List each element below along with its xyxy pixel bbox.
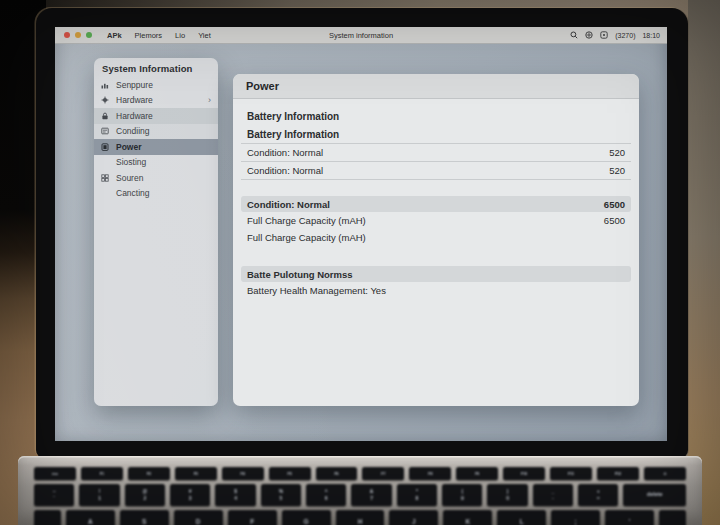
sidebar-item-label: Power bbox=[116, 142, 142, 152]
sidebar-item-siosting[interactable]: Siosting bbox=[94, 155, 218, 171]
keyboard-key: ^ 6 bbox=[306, 484, 346, 506]
keyboard-key: + = bbox=[578, 484, 618, 506]
keyboard-key: K bbox=[443, 510, 492, 525]
search-icon[interactable] bbox=[570, 31, 578, 39]
lock-icon bbox=[101, 112, 111, 120]
keyboard: escF1F2F3F4F5F6F7F8F9F10F11F12⊙~ `! 1@ 2… bbox=[34, 467, 686, 525]
menu-item-1[interactable]: Lio bbox=[175, 31, 185, 40]
keyboard-key: H bbox=[336, 510, 385, 525]
sidebar-item-label: Siosting bbox=[116, 157, 146, 167]
sidebar-item-label: Hardware bbox=[116, 111, 153, 121]
sidebar-item-cancting[interactable]: Cancting bbox=[94, 186, 218, 202]
keyboard-key: F10 bbox=[503, 467, 545, 480]
info-row: Condition: Normal520 bbox=[241, 161, 631, 180]
panel-icon bbox=[101, 127, 111, 135]
keyboard-key: F9 bbox=[456, 467, 498, 480]
highlighted-info-row: Condition: Normal6500 bbox=[241, 196, 631, 212]
laptop-screen: APk Plemors Lio Yiet System information … bbox=[55, 27, 667, 441]
power-panel: Power Battery Information Battery Inform… bbox=[233, 74, 639, 406]
status-text[interactable]: (3270) bbox=[615, 32, 635, 39]
keyboard-key: F1 bbox=[81, 467, 123, 480]
keyboard-key bbox=[659, 510, 686, 525]
desktop: System Information Senppure Hardware › bbox=[55, 43, 667, 441]
signal-bars-icon bbox=[101, 81, 111, 89]
keyboard-key: ! 1 bbox=[79, 484, 119, 506]
desk-background-right bbox=[688, 0, 720, 525]
keyboard-key: A bbox=[66, 510, 115, 525]
menu-item-0[interactable]: Plemors bbox=[135, 31, 163, 40]
info-row: Condition: Normal520 bbox=[241, 143, 631, 161]
laptop-lid: APk Plemors Lio Yiet System information … bbox=[36, 8, 688, 458]
keyboard-key: ( 9 bbox=[442, 484, 482, 506]
keyboard-key: & 7 bbox=[351, 484, 391, 506]
sidebar-item-label: Condiing bbox=[116, 126, 150, 136]
keyboard-key: ⊙ bbox=[644, 467, 686, 480]
sidebar-item-label: Souren bbox=[116, 173, 143, 183]
gear-icon bbox=[101, 96, 111, 104]
keyboard-key: F5 bbox=[269, 467, 311, 480]
keyboard-key: F bbox=[228, 510, 277, 525]
keyboard-key: _ - bbox=[533, 484, 573, 506]
chevron-right-icon: › bbox=[208, 96, 211, 105]
sidebar-item-senppure[interactable]: Senppure bbox=[94, 77, 218, 93]
menu-item-2[interactable]: Yiet bbox=[198, 31, 211, 40]
keyboard-key: F6 bbox=[316, 467, 358, 480]
keyboard-key: delete bbox=[623, 484, 686, 506]
info-row: Full Charge Capacity (mAH) bbox=[241, 229, 631, 246]
keyboard-key: * 8 bbox=[397, 484, 437, 506]
keyboard-key: # 3 bbox=[170, 484, 210, 506]
panel-title: Power bbox=[233, 74, 639, 99]
keyboard-key: @ 2 bbox=[125, 484, 165, 506]
sidebar-title: System Information bbox=[94, 58, 218, 77]
keyboard-key: G bbox=[282, 510, 331, 525]
keyboard-key: F2 bbox=[128, 467, 170, 480]
keyboard-key: L bbox=[497, 510, 546, 525]
keyboard-key: S bbox=[120, 510, 169, 525]
keyboard-key: F11 bbox=[550, 467, 592, 480]
keyboard-key: F3 bbox=[175, 467, 217, 480]
info-row: Battery Health Management: Yes bbox=[241, 282, 631, 299]
keyboard-key: D bbox=[174, 510, 223, 525]
section-heading: Battery Information bbox=[241, 107, 631, 125]
keyboard-key: $ 4 bbox=[215, 484, 255, 506]
sidebar-item-hardware-1[interactable]: Hardware › bbox=[94, 93, 218, 109]
clock[interactable]: 18:10 bbox=[642, 32, 660, 39]
system-information-sidebar: System Information Senppure Hardware › bbox=[94, 58, 218, 406]
laptop-photo: APk Plemors Lio Yiet System information … bbox=[0, 0, 720, 525]
keyboard-key: F12 bbox=[597, 467, 639, 480]
keyboard-key: ' bbox=[605, 510, 654, 525]
section-heading: Battery Information bbox=[241, 125, 631, 143]
keyboard-key: ~ ` bbox=[34, 484, 74, 506]
control-center-icon[interactable] bbox=[600, 31, 608, 39]
apple-menu[interactable]: APk bbox=[107, 31, 122, 40]
keyboard-key: F4 bbox=[222, 467, 264, 480]
keyboard-key: ) 0 bbox=[487, 484, 527, 506]
keyboard-key: J bbox=[389, 510, 438, 525]
highlighted-section-heading: Batte Pulotung Normss bbox=[241, 266, 631, 282]
assist-icon[interactable] bbox=[585, 31, 593, 39]
sidebar-item-label: Cancting bbox=[116, 188, 150, 198]
keyboard-key: esc bbox=[34, 467, 76, 480]
zoom-window-button[interactable] bbox=[86, 32, 92, 38]
minimize-window-button[interactable] bbox=[75, 32, 81, 38]
info-row: Full Charge Capacity (mAH)6500 bbox=[241, 212, 631, 229]
keyboard-key: F7 bbox=[362, 467, 404, 480]
laptop-base: escF1F2F3F4F5F6F7F8F9F10F11F12⊙~ `! 1@ 2… bbox=[18, 456, 702, 525]
sidebar-item-label: Hardware bbox=[116, 95, 153, 105]
keyboard-key: ; bbox=[551, 510, 600, 525]
sidebar-item-label: Senppure bbox=[116, 80, 153, 90]
menubar-app-title: System information bbox=[329, 31, 393, 40]
close-window-button[interactable] bbox=[64, 32, 70, 38]
keyboard-key bbox=[34, 510, 61, 525]
keyboard-key: % 5 bbox=[261, 484, 301, 506]
sidebar-item-condiing[interactable]: Condiing bbox=[94, 124, 218, 140]
grid-icon bbox=[101, 174, 111, 182]
menu-bar: APk Plemors Lio Yiet System information … bbox=[55, 27, 667, 44]
sidebar-item-souren[interactable]: Souren bbox=[94, 170, 218, 186]
battery-icon bbox=[101, 143, 111, 151]
sidebar-item-power[interactable]: Power bbox=[94, 139, 218, 155]
sidebar-item-hardware-2[interactable]: Hardware bbox=[94, 108, 218, 124]
keyboard-key: F8 bbox=[409, 467, 451, 480]
